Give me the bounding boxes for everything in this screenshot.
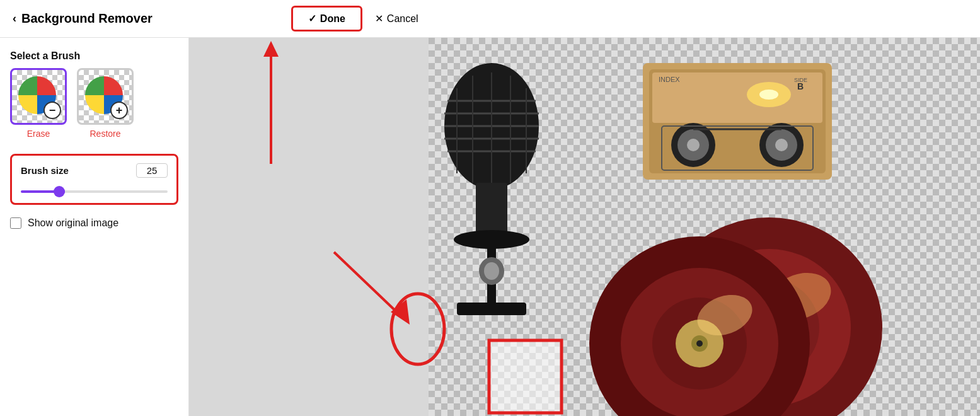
erase-brush-inner: − bbox=[12, 70, 65, 123]
show-original-section[interactable]: Show original image bbox=[10, 217, 178, 229]
show-original-label: Show original image bbox=[28, 217, 118, 229]
brush-size-value: 25 bbox=[136, 163, 168, 178]
erase-brush-icon: − bbox=[10, 68, 67, 125]
header-actions: ✓ Done ✕ Cancel bbox=[291, 6, 418, 32]
checkmark-icon: ✓ bbox=[308, 13, 316, 25]
app-title: Background Remover bbox=[21, 11, 153, 26]
brush-size-header: Brush size 25 bbox=[21, 163, 168, 178]
restore-label: Restore bbox=[89, 129, 120, 139]
brush-options: − Erase + Restore bbox=[10, 68, 178, 139]
canvas-area[interactable]: INDEX SIDE B bbox=[189, 38, 980, 416]
back-button[interactable]: ‹ Background Remover bbox=[13, 11, 153, 26]
erase-label: Erase bbox=[27, 129, 50, 139]
main-layout: Select a Brush − Erase bbox=[0, 38, 980, 416]
done-button[interactable]: ✓ Done bbox=[291, 6, 362, 32]
restore-symbol: + bbox=[110, 101, 128, 119]
show-original-checkbox[interactable] bbox=[10, 217, 21, 229]
chevron-left-icon: ‹ bbox=[13, 12, 16, 25]
x-icon: ✕ bbox=[375, 13, 383, 25]
erase-brush-item[interactable]: − Erase bbox=[10, 68, 67, 139]
select-brush-label: Select a Brush bbox=[10, 50, 178, 62]
restore-brush-inner: + bbox=[79, 70, 132, 123]
select-brush-section: Select a Brush − Erase bbox=[10, 50, 178, 141]
restore-brush-icon: + bbox=[77, 68, 134, 125]
cancel-button[interactable]: ✕ Cancel bbox=[375, 13, 418, 25]
header: ‹ Background Remover ✓ Done ✕ Cancel bbox=[0, 0, 980, 38]
brush-size-slider[interactable] bbox=[21, 190, 168, 193]
brush-size-label: Brush size bbox=[21, 165, 69, 176]
canvas-background bbox=[189, 38, 980, 416]
brush-size-section: Brush size 25 bbox=[10, 154, 178, 205]
sidebar: Select a Brush − Erase bbox=[0, 38, 189, 416]
restore-brush-item[interactable]: + Restore bbox=[77, 68, 134, 139]
erase-symbol: − bbox=[43, 101, 61, 119]
